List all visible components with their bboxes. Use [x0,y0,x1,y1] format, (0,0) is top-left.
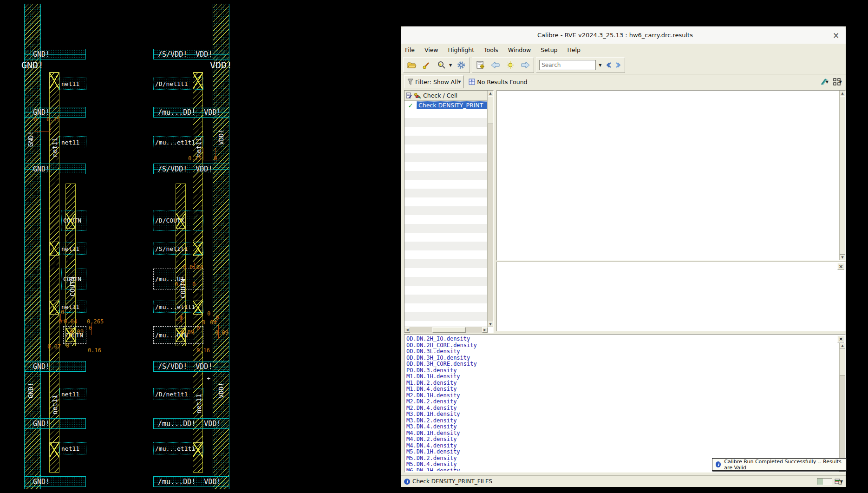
list-vertical-scrollbar[interactable]: ▲ ▼ [839,343,845,472]
dimension-label: 0.15 [46,116,60,123]
panel-close-button[interactable]: × [837,263,844,270]
tree-empty-row [405,286,488,295]
check-item[interactable]: OD.DN.3L.density [406,348,838,355]
next-result-icon[interactable] [520,59,531,71]
results-detail-panel: ▲ ▼ [496,90,846,261]
contact-via [49,242,59,256]
check-item[interactable]: OD.DN.2H_CORE.density [406,342,838,349]
layout-viewport[interactable]: GND! GND! GND! GND! GND! GND! /S/VDD! VD… [0,0,344,493]
check-item[interactable]: M2.DN.1H.density [406,393,838,399]
check-pass-icon: ✓ [405,102,417,109]
net-label-box: net11 [59,78,86,90]
zoom-dropdown-arrow[interactable]: ▼ [449,63,452,67]
highlight-all-icon[interactable] [475,59,486,71]
check-tree-body[interactable] [405,109,488,327]
check-item[interactable]: OD.DN.3H_CORE.density [406,361,838,368]
toolbar-group-file: ▼ [403,57,470,73]
check-item[interactable]: M2.DN.4.density [406,405,838,412]
ruler-line [71,325,71,339]
menu-setup[interactable]: Setup [541,46,557,53]
highlight-pen-icon[interactable]: ▼ [820,78,829,85]
dimension-label: 0 [183,264,186,270]
search-prev-icon[interactable] [605,59,612,71]
scroll-down-arrow[interactable]: ▼ [840,255,845,260]
check-item[interactable]: M3.DN.1H.density [406,411,838,418]
check-item[interactable]: M1.DN.1H.density [406,374,838,380]
net-name-label-vertical: COUTN [69,254,76,296]
search-input[interactable] [539,60,596,70]
scroll-up-arrow[interactable]: ▲ [840,343,845,348]
check-tree-header-label: Check / Cell [423,92,457,99]
tree-empty-row [405,224,488,233]
dimension-label: 0.04 [64,318,77,325]
net-name-label: GND! [21,59,44,71]
search-dropdown-arrow[interactable]: ▼ [599,63,601,67]
panel-close-button[interactable]: × [837,335,844,342]
prev-result-icon[interactable] [490,59,501,71]
status-bar: i Check DENSITY_PRINT_FILES ▼ [401,475,846,487]
current-result-icon[interactable] [505,59,516,71]
dimension-label: 0 [207,310,210,317]
selected-check-label[interactable]: Check DENSITY_PRINT [417,101,493,109]
scroll-left-arrow[interactable]: ◀ [405,327,410,333]
search-next-icon[interactable] [615,59,622,71]
menu-view[interactable]: View [424,46,438,53]
tree-empty-row [405,171,488,180]
layout-grid-icon[interactable]: ▼ [833,78,842,86]
dimension-label: 0.09 [70,329,84,335]
contact-via [193,442,203,457]
check-item[interactable]: M3.DN.4.density [406,424,838,430]
check-item[interactable]: M1.DN.4.density [406,386,838,393]
highlight-icon[interactable] [421,59,432,71]
tree-empty-row [405,295,488,303]
check-tree-header[interactable]: Check / Cell [405,91,493,101]
detail-vertical-scrollbar[interactable]: ▲ ▼ [839,91,845,260]
net-label-box: net11 [59,243,86,255]
open-file-icon[interactable] [406,59,418,71]
dimension-label: 0.265 [87,318,104,325]
menu-help[interactable]: Help [568,46,581,53]
ruler-line [194,269,202,269]
scroll-right-arrow[interactable]: ▶ [482,327,488,333]
check-item[interactable]: PO.DN.3.density [406,368,838,374]
filter-label: Filter: Show All [415,79,458,85]
power-strap [24,4,41,489]
check-item[interactable]: M1.DN.2.density [406,380,838,387]
ruler-line [213,312,213,322]
zoom-icon[interactable] [436,59,447,71]
filter-button[interactable]: Filter: Show All ▼ [404,75,464,88]
menu-window[interactable]: Window [508,46,531,53]
scroll-up-arrow[interactable]: ▲ [488,91,493,96]
check-list[interactable]: OD.DN.2H_IO.densityOD.DN.2H_CORE.density… [406,336,838,471]
menu-file[interactable]: File [405,46,415,53]
tree-horizontal-scrollbar[interactable]: ◀ ▶ [405,327,488,333]
net-name-label-vertical: VDD! [217,368,225,398]
check-item[interactable]: M4.DN.2.density [406,436,838,443]
ruler-line [175,321,181,321]
check-item[interactable]: M5.DN.1H.density [406,449,838,455]
check-item[interactable]: M4.DN.4.density [406,443,838,449]
title-bar[interactable]: Calibre - RVE v2024.3_25.13 : hw6_carry.… [401,26,846,44]
check-item[interactable]: OD.DN.2H_IO.density [406,336,838,342]
tree-empty-row [405,162,488,171]
power-rail: GND! [24,164,86,174]
scroll-down-arrow[interactable]: ▼ [488,322,493,327]
check-item[interactable]: M2.DN.2.density [406,399,838,405]
settings-gear-icon[interactable] [456,59,467,71]
scroll-up-arrow[interactable]: ▲ [840,91,845,96]
menu-tools[interactable]: Tools [484,46,498,53]
layer-palette-icon[interactable]: ▼ [835,478,843,485]
check-tree-panel: Check / Cell ✓ Check DENSITY_PRINT ▲ ▼ ◀… [404,90,494,333]
menu-highlight[interactable]: Highlight [448,46,474,53]
check-item[interactable]: OD.DN.3H_IO.density [406,355,838,362]
check-tree-row[interactable]: ✓ Check DENSITY_PRINT [405,101,493,110]
tree-vertical-scrollbar[interactable]: ▲ ▼ [487,91,493,327]
check-item[interactable]: M4.DN.1H.density [406,430,838,437]
check-item[interactable]: M3.DN.2.density [406,418,838,424]
window-close-button[interactable]: × [829,28,843,42]
filter-row-right: ▼ ▼ [820,78,842,86]
dimension-label: 0 [66,342,69,349]
rve-window: Calibre - RVE v2024.3_25.13 : hw6_carry.… [401,26,846,487]
dimension-label: 0 [89,325,92,331]
contact-via [49,72,59,89]
